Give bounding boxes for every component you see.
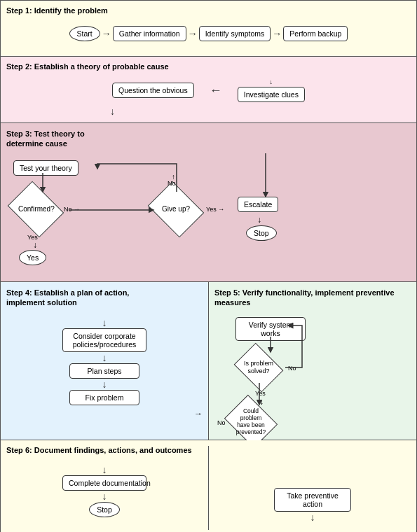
- perform-backup-node: Perform backup: [283, 26, 348, 41]
- step4-section: Step 4: Establish a plan of action, impl…: [1, 282, 209, 440]
- step6-section: Step 6: Document findings, actions, and …: [1, 440, 416, 532]
- take-preventive-node: Take preventive action: [274, 488, 351, 512]
- plan-steps-node: Plan steps: [69, 363, 139, 379]
- s6-arrow0: ↓: [102, 465, 107, 475]
- s4-arrow2: ↓: [102, 379, 107, 389]
- step5-section: Step 5: Verify functionality, implement …: [209, 282, 416, 440]
- complete-doc-node: Complete documentation: [62, 475, 146, 491]
- question-obvious-node: Question the obvious: [112, 83, 194, 98]
- arrow-step2-to-step3: ↓: [6, 106, 411, 116]
- step6-right: Take preventive action ↓: [209, 446, 411, 530]
- arrow3: →: [272, 28, 282, 39]
- arrow1: →: [102, 28, 111, 39]
- preventive-down-arrow: ↓: [310, 512, 315, 522]
- step45-row: Step 4: Establish a plan of action, impl…: [1, 282, 416, 441]
- fix-problem-node: Fix problem: [69, 390, 139, 405]
- step5-diagram: Verify system works Is problem solved? N…: [214, 312, 411, 434]
- start-node: Start: [69, 26, 100, 41]
- step1-flow: Start → Gather information → Identify sy…: [6, 19, 411, 45]
- step3-arrows-svg: [6, 153, 411, 276]
- down-arrow-label: ↓: [270, 78, 273, 85]
- flowchart: Step 1: Identify the problem Start → Gat…: [0, 0, 417, 532]
- step1-title: Step 1: Identify the problem: [6, 6, 411, 15]
- step6-title: Step 6: Document findings, actions, and …: [6, 446, 203, 454]
- s4-arrow0: ↓: [102, 318, 107, 328]
- arrow-q-to-i: ←: [210, 83, 222, 98]
- step2-title: Step 2: Establish a theory of probable c…: [6, 62, 411, 71]
- step3-section: Step 3: Test theory to determine cause T…: [1, 123, 416, 282]
- step1-section: Step 1: Identify the problem Start → Gat…: [1, 1, 416, 57]
- stop-oval-step6: Stop: [89, 502, 120, 517]
- step3-diagram: Test your theory Confirmed? No → Yes ↓: [6, 153, 411, 276]
- step6-left: Step 6: Document findings, actions, and …: [6, 446, 209, 530]
- step5-title: Step 5: Verify functionality, implement …: [214, 288, 411, 308]
- s6-arrow1: ↓: [102, 491, 107, 501]
- s4-right-arrow: →: [194, 409, 203, 419]
- s4-arrow1: ↓: [102, 353, 107, 363]
- step2-section: Step 2: Establish a theory of probable c…: [1, 57, 416, 123]
- step3-title: Step 3: Test theory to determine cause: [6, 129, 118, 149]
- step4-title: Step 4: Establish a plan of action, impl…: [6, 288, 132, 308]
- step4-flow: ↓ Consider corporate policies/procedures…: [6, 312, 203, 419]
- corporate-policies-node: Consider corporate policies/procedures: [62, 328, 146, 352]
- investigate-clues-node: Investigate clues: [238, 87, 305, 102]
- gather-info-node: Gather information: [113, 26, 186, 41]
- arrow2: →: [188, 28, 198, 39]
- step6-flow: ↓ Complete documentation ↓ Stop: [6, 458, 203, 517]
- step5-arrows-svg: [214, 312, 411, 434]
- step6-layout: Step 6: Document findings, actions, and …: [6, 446, 411, 530]
- identify-symptoms-node: Identify symptoms: [199, 26, 271, 41]
